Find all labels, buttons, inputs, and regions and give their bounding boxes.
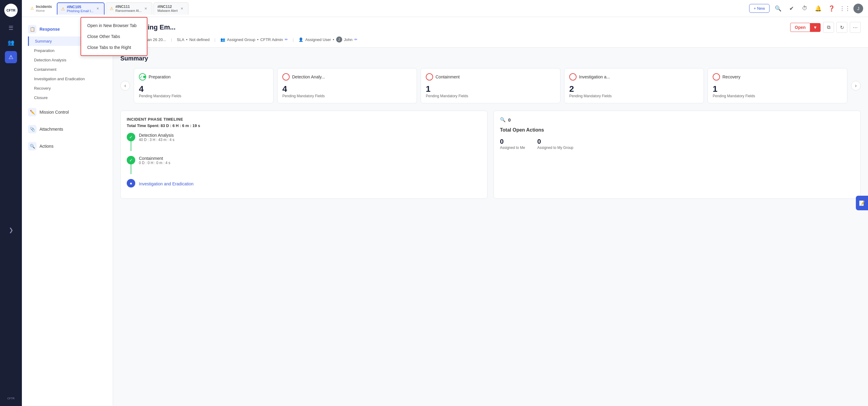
timeline-dot-containment: ✓: [127, 156, 135, 164]
tab-inc112-label: Malware Alert: [157, 9, 178, 12]
timeline-title: INCIDENT PHASE TIMELINE: [127, 117, 481, 122]
timeline-content-detection: Detection Analysis 40 D : 3 H : 43 m : 4…: [139, 133, 175, 142]
tab-home-title: Incidents: [36, 5, 52, 9]
sidebar-people-icon[interactable]: 👥: [5, 36, 17, 49]
page-main: ← Phishing Em... Open ▼ ⧉ ↻ ⋯: [113, 17, 868, 406]
search-icon[interactable]: 🔍: [773, 4, 783, 13]
float-panel: 📝: [856, 196, 868, 210]
nav-mission-header[interactable]: ✏️ Mission Control: [22, 105, 113, 119]
assigned-to-me-count: 0: [500, 138, 525, 146]
phase-card-recovery: Recovery 1 Pending Mandatory Fields: [708, 68, 847, 103]
header-copy-button[interactable]: ⧉: [823, 22, 834, 33]
nav-item-investigation[interactable]: Investigation and Eradication: [28, 74, 113, 84]
phase-investigation-label: Investigation a...: [579, 74, 610, 79]
tab-inc111[interactable]: ⚠ #INC111 Ransomware Al... ✕: [106, 2, 152, 14]
phase-circle-recovery: [713, 73, 720, 81]
phase-detection-pending: Pending Mandatory Fields: [282, 94, 412, 98]
sidebar-bottom-icon[interactable]: ❯: [5, 224, 17, 236]
actions-assigned-row: 0 Assigned to Me 0 Assigned to My Group: [500, 138, 854, 150]
tab-inc105-id: #INC105: [67, 5, 94, 9]
user-avatar[interactable]: J: [854, 4, 863, 13]
page-sidebar: 📋 Response Summary Preparation Detection…: [22, 17, 113, 406]
nav-mission-label: Mission Control: [39, 110, 69, 115]
assigned-user-avatar: J: [336, 36, 342, 42]
bell-icon[interactable]: 🔔: [813, 4, 823, 13]
meta-sep-2: |: [214, 37, 215, 42]
nav-actions-label: Actions: [39, 144, 54, 149]
nav-attachments-header[interactable]: 📎 Attachments: [22, 122, 113, 136]
phase-circle-containment: [426, 73, 433, 81]
meta-group-value: CFTR Admin: [260, 37, 283, 42]
timeline-dot-investigation: ●: [127, 179, 135, 188]
nav-section-actions: 🔍 Actions: [22, 139, 113, 153]
float-notes-icon[interactable]: 📝: [857, 198, 867, 208]
tab-home[interactable]: ⚠ Incidents Home: [27, 2, 56, 14]
tab-inc112-id: #INC112: [157, 5, 178, 9]
actions-section-title: 🔍 0: [500, 117, 854, 122]
context-menu-close-other-tabs[interactable]: Close Other Tabs: [81, 31, 147, 42]
grid-icon[interactable]: ⋮⋮: [840, 4, 850, 13]
group-edit-icon[interactable]: ✏: [285, 37, 288, 42]
tab-inc112-close[interactable]: ✕: [180, 6, 184, 11]
meta-sla-label: SLA: [177, 37, 184, 42]
nav-item-recovery[interactable]: Recovery: [28, 84, 113, 93]
tab-inc112[interactable]: #INC112 Malware Alert ✕: [153, 2, 188, 14]
timeline-detection-title: Detection Analysis: [139, 133, 175, 138]
timeline-content-containment: Containment 0 D : 0 H : 0 m : 4 s: [139, 156, 170, 165]
attachments-icon: 📎: [28, 125, 36, 133]
meta-sep-1: |: [171, 37, 172, 42]
timeline-dot-detection: ✓: [127, 133, 135, 141]
phase-circle-investigation: [569, 73, 577, 81]
left-sidebar: CFTR ☰ 👥 ⚠ ❯ CFTR: [0, 0, 22, 406]
phase-circle-preparation: ✓: [139, 73, 146, 81]
status-open-button[interactable]: Open: [790, 23, 810, 32]
new-button[interactable]: + New: [749, 4, 770, 13]
check-icon[interactable]: ✔: [786, 4, 796, 13]
header-refresh-button[interactable]: ↻: [836, 22, 847, 33]
sidebar-alert-icon[interactable]: ⚠: [5, 51, 17, 63]
nav-item-detection-analysis[interactable]: Detection Analysis: [28, 55, 113, 65]
nav-item-closure[interactable]: Closure: [28, 93, 113, 102]
context-menu-open-new-tab[interactable]: Open in New Browser Tab: [81, 20, 147, 31]
page-title-row: ← Phishing Em... Open ▼ ⧉ ↻ ⋯: [120, 22, 861, 33]
sidebar-menu-icon[interactable]: ☰: [5, 22, 17, 34]
meta-assigned-group: 👥 Assigned Group • CFTR Admin ✏: [220, 37, 288, 42]
nav-attachments-label: Attachments: [39, 127, 63, 132]
meta-user-label: Assigned User: [305, 37, 331, 42]
nav-item-containment[interactable]: Containment: [28, 65, 113, 74]
tab-inc105-close[interactable]: ✕: [95, 6, 100, 11]
meta-sla-value: Not defined: [189, 37, 210, 42]
nav-actions-header[interactable]: 🔍 Actions: [22, 139, 113, 153]
timeline-content-investigation: Investigation and Eradication: [139, 179, 194, 186]
header-actions: Open ▼ ⧉ ↻ ⋯: [790, 22, 861, 33]
timeline-total-label: Total Time Spent:: [127, 123, 160, 128]
phase-containment-pending: Pending Mandatory Fields: [426, 94, 555, 98]
phase-preparation-count: 4: [139, 84, 268, 94]
user-icon: 👤: [299, 37, 303, 42]
tab-warning-icon: ⚠: [61, 6, 65, 11]
tab-inc105[interactable]: ⚠ #INC105 Phishing Email I... ✕: [57, 2, 104, 14]
tab-inc111-close[interactable]: ✕: [144, 6, 148, 11]
user-edit-icon[interactable]: ✏: [354, 37, 358, 42]
carousel-next-button[interactable]: ›: [851, 81, 861, 91]
phase-circle-detection: [282, 73, 290, 81]
phase-recovery-pending: Pending Mandatory Fields: [713, 94, 842, 98]
section-title: Summary: [120, 55, 861, 62]
help-icon[interactable]: ❓: [827, 4, 836, 13]
timer-icon[interactable]: ⏱: [800, 4, 810, 13]
tab-inc111-warning-icon: ⚠: [110, 6, 114, 11]
carousel-prev-button[interactable]: ‹: [120, 81, 130, 91]
timeline-detection-time: 40 D : 3 H : 43 m : 4 s: [139, 138, 175, 142]
header-more-button[interactable]: ⋯: [850, 22, 861, 33]
top-actions: + New 🔍 ✔ ⏱ 🔔 ❓ ⋮⋮ J: [749, 4, 863, 13]
status-dropdown-button[interactable]: ▼: [810, 23, 820, 32]
phase-card-investigation-header: Investigation a...: [569, 73, 699, 81]
context-menu-close-tabs-right[interactable]: Close Tabs to the Right: [81, 42, 147, 53]
phase-preparation-pending: Pending Mandatory Fields: [139, 94, 268, 98]
phase-containment-label: Containment: [436, 74, 460, 79]
phase-investigation-count: 2: [569, 84, 699, 94]
nav-section-mission: ✏️ Mission Control: [22, 105, 113, 119]
actions-icon: 🔍: [28, 142, 36, 150]
meta-sla: SLA • Not defined: [177, 37, 210, 42]
timeline-item-investigation: ● Investigation and Eradication: [127, 179, 481, 188]
